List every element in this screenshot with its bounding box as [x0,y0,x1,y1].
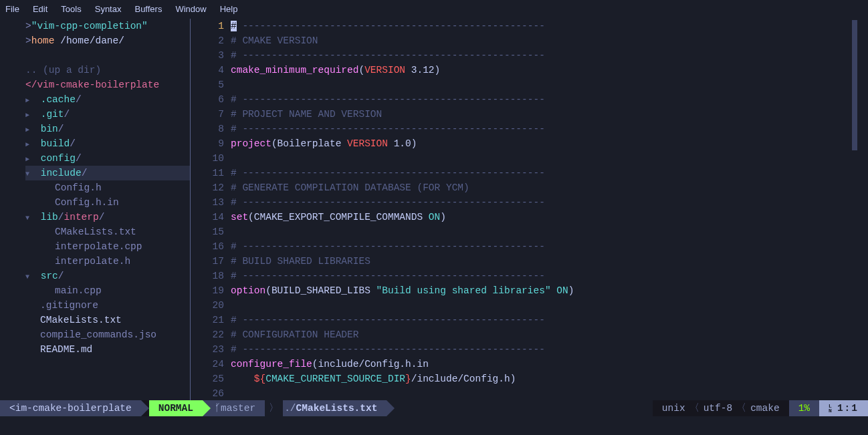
code-line-23[interactable]: # --------------------------------------… [231,342,868,357]
code-line-8[interactable]: # --------------------------------------… [231,122,868,136]
dir-config[interactable]: ► config/ [25,151,191,166]
menu-buffers[interactable]: Buffers [134,2,162,17]
file-CMakeLists.txt[interactable]: CMakeLists.txt [25,225,191,239]
code-line-1[interactable]: # --------------------------------------… [231,19,868,33]
code-line-24[interactable]: configure_file(include/Config.h.in [231,357,868,372]
file-main.cpp[interactable]: main.cpp [25,283,191,298]
up-directory[interactable]: .. (up a dir) [25,65,101,76]
code-line-19[interactable]: option(BUILD_SHARED_LIBS "Build using sh… [231,283,868,298]
dir-bin[interactable]: ► bin/ [25,122,191,136]
code-line-9[interactable]: project(Boilerplate VERSION 1.0) [231,136,868,151]
expand-icon[interactable]: ► [25,123,35,138]
menu-help[interactable]: Help [220,2,238,17]
editor-scrollbar[interactable] [852,20,857,150]
home-path: /home/dane/ [55,35,124,46]
code-line-12[interactable]: # GENERATE COMPILATION DATABASE (FOR YCM… [231,180,868,195]
file-explorer: >"vim-cpp-completion" >home /home/dane/ … [0,19,191,400]
line-gutter: 1234567891011121314151617181920212223242… [191,19,231,400]
file-README.md[interactable]: README.md [25,342,191,357]
menu-file[interactable]: File [5,2,19,17]
code-area[interactable]: # --------------------------------------… [231,19,868,400]
menu-tools[interactable]: Tools [61,2,81,17]
statusline: <im-cmake-boilerplate NORMAL ᚶ master 〉 … [0,400,868,416]
code-line-5[interactable] [231,78,868,92]
file-Config.h.in[interactable]: Config.h.in [25,195,191,210]
expand-icon[interactable]: ▼ [25,167,35,182]
expand-icon[interactable]: ▼ [25,270,35,285]
expand-icon[interactable]: ► [25,138,35,152]
editor-pane[interactable]: 1234567891011121314151617181920212223242… [191,19,868,400]
file-compile_commands.jso[interactable]: compile_commands.jso [25,327,191,342]
menu-window[interactable]: Window [175,2,206,17]
code-line-20[interactable] [231,298,868,313]
code-line-2[interactable]: # CMAKE VERSION [231,33,868,48]
code-line-15[interactable] [231,225,868,239]
home-label[interactable]: home [31,35,55,46]
file-interpolate.h[interactable]: interpolate.h [25,254,191,269]
code-line-14[interactable]: set(CMAKE_EXPORT_COMPILE_COMMANDS ON) [231,210,868,225]
dir-src[interactable]: ▼ src/ [25,269,191,283]
file-CMakeLists.txt[interactable]: CMakeLists.txt [25,313,191,327]
file-interpolate.cpp[interactable]: interpolate.cpp [25,239,191,254]
code-line-4[interactable]: cmake_minimum_required(VERSION 3.12) [231,63,868,78]
status-mode: NORMAL [149,400,203,416]
project-name: "vim-cpp-completion" [31,21,148,31]
dir-lib[interactable]: ▼ lib/interp/ [25,210,191,225]
expand-icon[interactable]: ► [25,108,35,123]
command-line[interactable] [0,416,868,435]
code-line-18[interactable]: # --------------------------------------… [231,269,868,283]
dir-.cache[interactable]: ► .cache/ [25,92,191,107]
code-line-17[interactable]: # BUILD SHARED LIBRARIES [231,254,868,269]
status-filepath: ./CMakeLists.txt [283,400,387,416]
menu-syntax[interactable]: Syntax [95,2,122,17]
status-position: LN1:1 [819,400,868,416]
expand-icon[interactable]: ► [25,94,35,108]
code-line-10[interactable] [231,151,868,166]
code-line-21[interactable]: # --------------------------------------… [231,313,868,327]
expand-icon[interactable]: ▼ [25,211,35,226]
code-line-13[interactable]: # --------------------------------------… [231,195,868,210]
code-line-11[interactable]: # --------------------------------------… [231,166,868,180]
menu-edit[interactable]: Edit [33,2,47,17]
code-line-25[interactable]: ${CMAKE_CURRENT_SOURCE_DIR}/include/Conf… [231,372,868,386]
dir-.git[interactable]: ► .git/ [25,107,191,122]
expand-icon[interactable]: ► [25,152,35,167]
code-line-22[interactable]: # CONFIGURATION HEADER [231,327,868,342]
status-branch: ᚶ master [203,400,265,416]
code-line-26[interactable] [231,386,868,401]
status-fileformat: unix 〈 utf-8 〈 cmake [653,400,789,416]
file-Config.h[interactable]: Config.h [25,180,191,195]
status-cwd: <im-cmake-boilerplate [0,400,141,416]
file-.gitignore[interactable]: .gitignore [25,298,191,313]
root-dir[interactable]: </vim-cmake-boilerplate [25,80,159,90]
code-line-16[interactable]: # --------------------------------------… [231,239,868,254]
dir-include[interactable]: ▼ include/ [25,166,191,180]
code-line-7[interactable]: # PROJECT NAME AND VERSION [231,107,868,122]
status-percent: 1% [789,400,819,416]
menubar: File Edit Tools Syntax Buffers Window He… [0,0,868,19]
dir-build[interactable]: ► build/ [25,136,191,151]
code-line-6[interactable]: # --------------------------------------… [231,92,868,107]
code-line-3[interactable]: # --------------------------------------… [231,48,868,63]
